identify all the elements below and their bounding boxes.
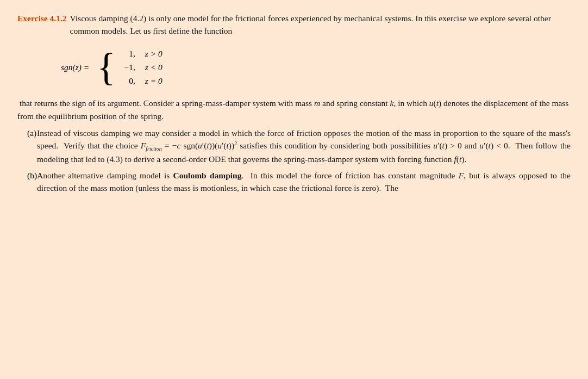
sgn-definition: sgn(z) = { 1, z > 0 −1, z < 0 0, z = 0: [61, 47, 571, 88]
case-val-3: 0,: [120, 74, 135, 87]
exercise-label: Exercise 4.1.2: [17, 12, 67, 24]
intro-text: Viscous damping (4.2) is only one model …: [70, 12, 571, 38]
after-sgn-text: that returns the sign of its argument. C…: [17, 97, 571, 122]
list-items: (a) Instead of viscous damping we may co…: [17, 127, 571, 194]
exercise-header: Exercise 4.1.2 Viscous damping (4.2) is …: [17, 12, 571, 38]
list-item-a: (a) Instead of viscous damping we may co…: [17, 127, 571, 166]
case-val-2: −1,: [120, 61, 135, 73]
brace-container: { 1, z > 0 −1, z < 0 0, z = 0: [97, 47, 178, 88]
item-content-b: Another alternative damping model is Cou…: [37, 169, 571, 195]
case-val-1: 1,: [120, 47, 135, 60]
case-row-2: −1, z < 0: [120, 61, 178, 73]
item-content-a: Instead of viscous damping we may consid…: [37, 127, 571, 166]
cases-table: 1, z > 0 −1, z < 0 0, z = 0: [120, 47, 178, 88]
case-cond-3: z = 0: [145, 74, 178, 87]
item-label-a: (a): [17, 127, 37, 166]
case-cond-1: z > 0: [145, 47, 178, 60]
sgn-label: sgn(z) =: [61, 61, 89, 73]
list-item-b: (b) Another alternative damping model is…: [17, 169, 571, 195]
case-row-3: 0, z = 0: [120, 74, 178, 87]
case-cond-2: z < 0: [145, 61, 178, 73]
page: Exercise 4.1.2 Viscous damping (4.2) is …: [0, 0, 588, 379]
case-row-1: 1, z > 0: [120, 47, 178, 60]
left-brace: {: [97, 47, 116, 86]
item-label-b: (b): [17, 169, 37, 195]
